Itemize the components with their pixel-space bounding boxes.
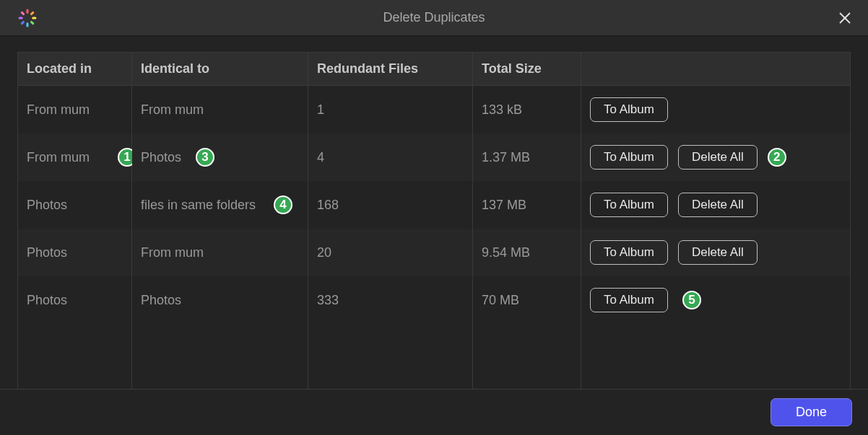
cell-text: From mum: [27, 150, 90, 164]
done-button[interactable]: Done: [771, 398, 852, 426]
header-redundant-files: Redundant Files: [308, 53, 473, 86]
header-located-in: Located in: [18, 53, 132, 86]
header-total-size: Total Size: [473, 53, 581, 86]
cell-identical-to: From mum: [132, 86, 308, 133]
table-header-row: Located in Identical to Redundant Files …: [18, 53, 850, 86]
cell-total-size: 137 MB: [473, 181, 581, 229]
delete-all-button[interactable]: Delete All: [678, 193, 758, 217]
cell-actions: To Album Delete All 2: [581, 133, 850, 181]
cell-redundant: 333: [308, 276, 473, 324]
table-row: Photos files in same folders 4 168 137 M…: [18, 181, 850, 229]
close-icon: [838, 12, 851, 25]
svg-rect-3: [30, 20, 35, 25]
table-row: Photos Photos 333 70 MB To Album 5: [18, 276, 850, 324]
annotation-marker: 3: [196, 148, 214, 167]
to-album-button[interactable]: To Album: [590, 97, 668, 122]
cell-identical-to: files in same folders 4: [132, 181, 308, 229]
duplicates-table: Located in Identical to Redundant Files …: [17, 52, 851, 418]
table-row: From mum 1 Photos 3 4 1.37 MB To Album D…: [18, 133, 850, 181]
cell-redundant: 4: [308, 133, 473, 181]
cell-identical-to: Photos 3: [132, 133, 308, 181]
window-title: Delete Duplicates: [0, 10, 868, 25]
footer: Done: [0, 389, 868, 435]
cell-redundant: 20: [308, 229, 473, 276]
cell-identical-to: Photos: [132, 276, 308, 324]
annotation-marker: 4: [274, 195, 292, 214]
cell-redundant: 1: [308, 86, 473, 133]
cell-actions: To Album 5: [581, 276, 850, 324]
to-album-button[interactable]: To Album: [590, 193, 668, 217]
cell-actions: To Album: [581, 86, 850, 133]
cell-total-size: 133 kB: [473, 86, 581, 133]
content-area: Located in Identical to Redundant Files …: [0, 36, 868, 418]
table-row: Photos From mum 20 9.54 MB To Album Dele…: [18, 229, 850, 276]
cell-actions: To Album Delete All: [581, 181, 850, 229]
svg-rect-4: [26, 22, 28, 27]
cell-identical-to: From mum: [132, 229, 308, 276]
close-button[interactable]: [836, 9, 854, 27]
cell-total-size: 9.54 MB: [473, 229, 581, 276]
svg-rect-5: [20, 20, 25, 25]
to-album-button[interactable]: To Album: [590, 288, 668, 312]
table-row: From mum From mum 1 133 kB To Album: [18, 86, 850, 133]
cell-text: Photos: [141, 150, 181, 164]
header-actions: [581, 53, 850, 86]
cell-located-in: Photos: [18, 276, 132, 324]
app-logo-icon: [17, 8, 38, 28]
titlebar: Delete Duplicates: [0, 0, 868, 36]
to-album-button[interactable]: To Album: [590, 240, 668, 265]
cell-total-size: 1.37 MB: [473, 133, 581, 181]
cell-located-in: Photos: [18, 229, 132, 276]
cell-located-in: From mum: [18, 86, 132, 133]
cell-actions: To Album Delete All: [581, 229, 850, 276]
cell-total-size: 70 MB: [473, 276, 581, 324]
annotation-marker: 5: [682, 291, 701, 309]
svg-rect-6: [19, 17, 23, 19]
cell-located-in: From mum 1: [18, 133, 132, 181]
svg-rect-1: [30, 11, 35, 16]
annotation-marker: 2: [768, 148, 786, 167]
svg-rect-2: [32, 17, 36, 19]
delete-all-button[interactable]: Delete All: [678, 145, 758, 170]
to-album-button[interactable]: To Album: [590, 145, 668, 170]
cell-located-in: Photos: [18, 181, 132, 229]
delete-all-button[interactable]: Delete All: [678, 240, 758, 265]
svg-rect-7: [20, 11, 25, 16]
svg-rect-0: [26, 9, 28, 13]
cell-redundant: 168: [308, 181, 473, 229]
cell-text: files in same folders: [141, 198, 256, 212]
header-identical-to: Identical to: [132, 53, 308, 86]
